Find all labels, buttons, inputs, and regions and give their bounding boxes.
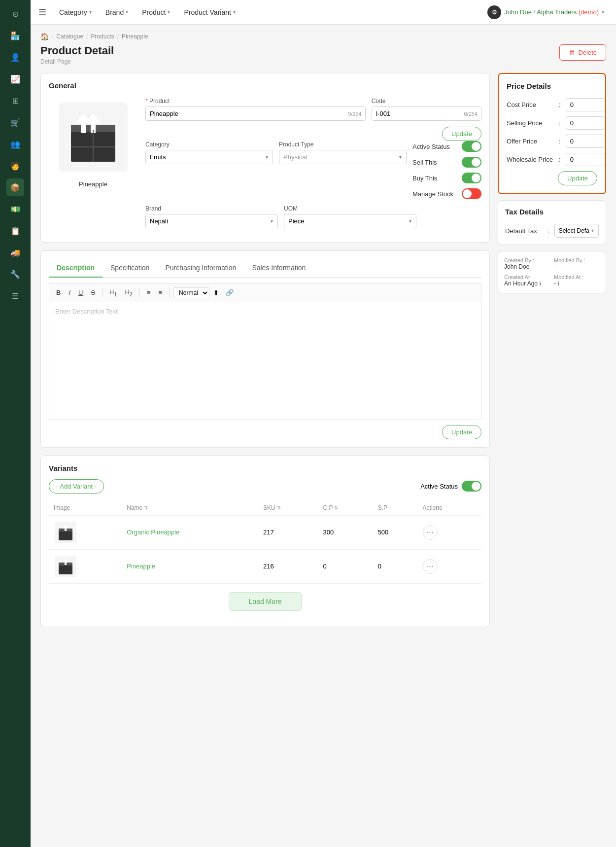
font-style-select[interactable]: Normal	[173, 287, 209, 298]
tabs-bar: Description Specification Purchasing Inf…	[49, 259, 481, 278]
modified-info-icon: ℹ	[557, 281, 559, 286]
unordered-list-button[interactable]: ≡	[156, 287, 166, 298]
price-update-button[interactable]: Update	[558, 171, 597, 185]
sidebar-box-icon[interactable]: 📦	[6, 178, 24, 196]
bold-button[interactable]: B	[53, 287, 64, 298]
italic-button[interactable]: I	[66, 287, 73, 298]
toolbar-separator-2	[139, 288, 140, 297]
sidebar-list-icon[interactable]: 📋	[6, 222, 24, 240]
variant-name-2[interactable]: Pineapple	[127, 563, 155, 570]
sell-this-toggle[interactable]	[462, 157, 481, 168]
tax-details-title: Tax Details	[505, 208, 599, 216]
cost-price-input[interactable]	[566, 98, 605, 111]
cost-price-label: Cost Price	[507, 101, 556, 108]
product-field-label: * Product	[145, 98, 366, 105]
description-card: Description Specification Purchasing Inf…	[40, 250, 490, 448]
offer-price-input[interactable]	[566, 135, 605, 148]
h2-button[interactable]: H2	[122, 287, 136, 299]
home-icon[interactable]: 🏠	[40, 33, 49, 40]
svg-rect-18	[65, 562, 67, 565]
link-button[interactable]: 🔗	[223, 287, 237, 298]
sidebar-grid-icon[interactable]: ⊞	[6, 92, 24, 109]
tab-description[interactable]: Description	[49, 259, 103, 278]
price-details-title: Price Details	[507, 82, 597, 90]
product-type-field-label: Product Type	[279, 141, 407, 148]
sell-this-label: Sell This	[412, 159, 437, 166]
col-image: Image	[49, 500, 122, 516]
trash-icon: 🗑	[569, 49, 575, 56]
selling-price-input[interactable]	[566, 116, 605, 130]
variants-active-toggle[interactable]	[462, 481, 481, 492]
table-row: Pineapple 216 0 0 ···	[49, 549, 481, 583]
topnav-product-variant[interactable]: Product Variant ▾	[178, 5, 241, 19]
variant-actions-btn-1[interactable]: ···	[423, 525, 438, 540]
name-sort-icon[interactable]: ⇅	[144, 505, 148, 510]
brand-field-label: Brand	[145, 205, 278, 212]
description-update-button[interactable]: Update	[442, 425, 481, 439]
sidebar-settings-icon[interactable]: ☰	[6, 287, 24, 305]
underline-button[interactable]: U	[75, 287, 86, 298]
manage-stock-toggle[interactable]	[462, 188, 481, 199]
col-sp: S.P	[373, 500, 418, 516]
product-type-select[interactable]: Physical	[279, 150, 407, 164]
variants-card: Variants - Add Variant - Active Status I…	[40, 456, 490, 627]
variant-actions-btn-2[interactable]: ···	[423, 559, 438, 574]
breadcrumb-products[interactable]: Products	[91, 33, 114, 40]
sidebar-cart-icon[interactable]: 🛒	[6, 113, 24, 131]
active-status-toggle[interactable]	[462, 141, 481, 152]
variant-name-1[interactable]: Organic Pineapple	[127, 529, 179, 536]
sku-sort-icon[interactable]: ⇅	[277, 505, 281, 510]
sidebar-truck-icon[interactable]: 🚚	[6, 244, 24, 261]
default-tax-select[interactable]: Select Defa	[554, 224, 599, 238]
toolbar-separator-1	[102, 288, 103, 297]
sidebar-dashboard-icon[interactable]: ⊙	[6, 5, 24, 23]
sidebar-chart-icon[interactable]: 📈	[6, 70, 24, 88]
breadcrumb: 🏠 / Catalogue / Products / Pineapple	[40, 33, 606, 40]
variant-sku-1: 217	[263, 529, 274, 536]
topnav-category[interactable]: Category ▾	[53, 5, 98, 19]
brand-select[interactable]: Nepali	[145, 214, 278, 228]
tab-specification[interactable]: Specification	[103, 259, 157, 278]
description-textarea[interactable]: Enter Description Text	[49, 302, 481, 420]
variant-cp-1: 300	[323, 529, 334, 536]
strikethrough-button[interactable]: S	[88, 287, 98, 298]
buy-this-toggle[interactable]	[462, 173, 481, 183]
sidebar-user-icon[interactable]: 👤	[6, 48, 24, 66]
product-char-count: 9/254	[348, 111, 362, 117]
load-more-button[interactable]: Load More	[229, 592, 302, 611]
wholesale-price-label: Wholesale Price	[507, 156, 556, 163]
topnav-brand[interactable]: Brand ▾	[100, 5, 134, 19]
delete-button[interactable]: 🗑 Delete	[559, 44, 606, 61]
general-update-button[interactable]: Update	[442, 127, 481, 141]
uom-select[interactable]: Piece	[284, 214, 416, 228]
svg-rect-13	[65, 528, 67, 531]
wholesale-price-input[interactable]	[566, 153, 605, 166]
tab-purchasing[interactable]: Purchasing Information	[157, 259, 244, 278]
sidebar-group-icon[interactable]: 👥	[6, 135, 24, 153]
general-section: General	[40, 73, 490, 243]
sidebar-shop-icon[interactable]: 🏪	[6, 27, 24, 44]
topnav-product[interactable]: Product ▾	[136, 5, 176, 19]
ordered-list-button[interactable]: ≡	[144, 287, 154, 298]
info-icon: ℹ	[539, 281, 541, 286]
topnav: ☰ Category ▾ Brand ▾ Product ▾ Product V…	[31, 0, 616, 25]
breadcrumb-catalogue[interactable]: Catalogue	[56, 33, 83, 40]
add-variant-button[interactable]: - Add Variant -	[49, 479, 104, 494]
cp-sort-icon[interactable]: ⇅	[334, 505, 338, 510]
sidebar-tools-icon[interactable]: 🔧	[6, 265, 24, 283]
svg-rect-6	[81, 123, 86, 133]
sidebar-person-icon[interactable]: 🧑	[6, 157, 24, 175]
code-char-count: 0/254	[464, 111, 478, 117]
tab-sales[interactable]: Sales Information	[244, 259, 313, 278]
variants-active-status-label: Active Status	[420, 483, 458, 490]
manage-stock-label: Manage Stock	[412, 190, 453, 198]
page-header: Product Detail Detail Page 🗑 Delete	[40, 44, 606, 65]
sidebar-dollar-icon[interactable]: 💵	[6, 200, 24, 218]
product-name-input[interactable]	[145, 106, 366, 121]
category-select[interactable]: Fruits	[145, 150, 273, 164]
h1-button[interactable]: H1	[106, 287, 120, 299]
uom-field-label: UOM	[284, 205, 416, 212]
table-row: Organic Pineapple 217 300 500 ···	[49, 515, 481, 549]
topnav-user[interactable]: ⚙ John Doe / Alpha Traders (demo) ▾	[483, 3, 608, 21]
menu-toggle-icon[interactable]: ☰	[38, 7, 46, 18]
